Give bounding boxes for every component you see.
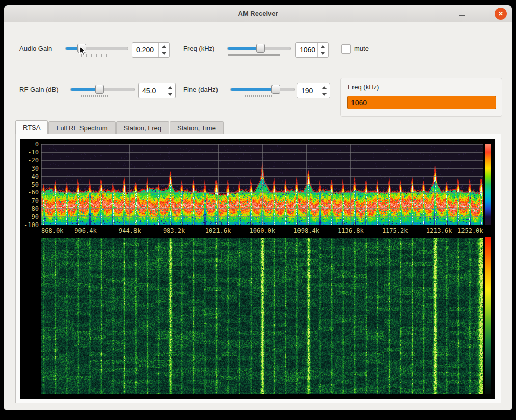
freq-spinbox: 1060 bbox=[295, 42, 329, 58]
tab-rtsa[interactable]: RTSA bbox=[15, 120, 48, 134]
y-axis-tick-label: -50 bbox=[20, 181, 39, 188]
fine-label: Fine (daHz) bbox=[183, 86, 218, 93]
slider-fill bbox=[231, 88, 277, 91]
freq-display-value: 1060 bbox=[348, 99, 367, 107]
freq-value[interactable]: 1060 bbox=[296, 43, 317, 57]
slider-handle[interactable] bbox=[271, 85, 280, 94]
tab-full-rf-spectrum[interactable]: Full RF Spectrum bbox=[48, 121, 115, 134]
spin-buttons bbox=[317, 43, 328, 57]
slider-fill bbox=[228, 47, 260, 50]
audio-gain-value[interactable]: 0.200 bbox=[132, 43, 158, 57]
x-axis-tick-label: 1252.0k bbox=[457, 227, 483, 234]
slider-ticks bbox=[228, 54, 280, 56]
x-axis-tick-label: 1213.6k bbox=[426, 227, 452, 234]
waterfall-canvas[interactable] bbox=[41, 238, 483, 394]
spin-down-icon bbox=[168, 93, 172, 96]
mouse-cursor bbox=[79, 46, 87, 57]
slider-groove bbox=[230, 88, 295, 91]
freq-display-label: Freq (kHz) bbox=[348, 83, 379, 91]
maximize-button[interactable] bbox=[475, 8, 487, 20]
freq-label: Freq (kHz) bbox=[183, 45, 214, 52]
audio-gain-spinbox: 0.200 bbox=[132, 42, 170, 58]
minimize-icon bbox=[459, 15, 465, 16]
y-axis-tick-label: -60 bbox=[20, 189, 39, 196]
x-axis-tick-label: 1136.8k bbox=[338, 227, 364, 234]
spin-up-button[interactable] bbox=[165, 83, 175, 91]
spin-buttons bbox=[158, 43, 169, 57]
y-axis-tick-label: -30 bbox=[20, 165, 39, 172]
spin-buttons bbox=[319, 83, 330, 98]
fine-spinbox: 190 bbox=[297, 83, 330, 98]
y-axis-tick-label: -90 bbox=[20, 213, 39, 220]
tab-station-freq[interactable]: Station, Freq bbox=[116, 121, 169, 134]
persistence-spectrum-canvas[interactable] bbox=[41, 144, 483, 225]
x-axis-tick-label: 1098.4k bbox=[293, 227, 319, 234]
slider-ticks bbox=[71, 95, 134, 97]
y-axis-tick-label: -20 bbox=[20, 157, 39, 164]
spin-down-button[interactable] bbox=[319, 91, 330, 98]
audio-gain-slider[interactable] bbox=[65, 42, 128, 58]
freq-display-group: Freq (kHz) 1060 bbox=[340, 78, 502, 117]
rf-gain-label: RF Gain (dB) bbox=[19, 86, 59, 93]
y-axis-tick-label: 0 bbox=[20, 141, 39, 148]
spin-up-button[interactable] bbox=[318, 43, 328, 50]
fine-slider[interactable] bbox=[230, 83, 295, 98]
x-axis-tick-label: 983.2k bbox=[163, 227, 185, 234]
spin-up-button[interactable] bbox=[159, 43, 169, 50]
spin-down-icon bbox=[162, 52, 166, 55]
window-buttons: ✕ bbox=[456, 5, 507, 22]
fine-value[interactable]: 190 bbox=[297, 83, 319, 98]
spin-down-icon bbox=[322, 93, 327, 96]
spin-up-icon bbox=[321, 45, 325, 48]
slider-groove bbox=[65, 47, 128, 50]
spin-up-icon bbox=[322, 86, 327, 89]
x-axis-tick-label: 1021.6k bbox=[205, 227, 231, 234]
window-title: AM Receiver bbox=[238, 10, 278, 17]
spin-up-icon bbox=[162, 45, 166, 48]
spin-up-button[interactable] bbox=[319, 83, 330, 91]
x-axis-tick-label: 944.8k bbox=[119, 227, 141, 234]
close-button[interactable]: ✕ bbox=[495, 8, 507, 20]
y-axis-tick-label: -10 bbox=[20, 149, 39, 156]
slider-ticks bbox=[231, 95, 294, 97]
spin-buttons bbox=[165, 83, 175, 98]
spin-down-button[interactable] bbox=[159, 50, 169, 57]
tab-pane-rtsa: 0-10-20-30-40-50-60-70-80-90-100 868.0k9… bbox=[15, 134, 501, 403]
y-axis-tick-label: -80 bbox=[20, 205, 39, 212]
slider-handle[interactable] bbox=[256, 44, 265, 53]
rf-gain-slider[interactable] bbox=[70, 83, 135, 98]
waterfall-colorbar bbox=[485, 237, 491, 394]
close-icon: ✕ bbox=[498, 11, 503, 17]
slider-ticks bbox=[66, 54, 128, 57]
tab-bar: RTSA Full RF Spectrum Station, Freq Stat… bbox=[15, 121, 224, 134]
tab-station-time[interactable]: Station, Time bbox=[170, 121, 224, 134]
audio-gain-label: Audio Gain bbox=[19, 45, 52, 52]
x-axis-tick-label: 906.4k bbox=[74, 227, 96, 234]
spin-down-icon bbox=[321, 52, 325, 55]
minimize-button[interactable] bbox=[456, 8, 468, 20]
window-content: Audio Gain 0.200 Freq (kHz) 1060 bbox=[4, 22, 512, 410]
spin-down-button[interactable] bbox=[318, 50, 328, 57]
rf-gain-value[interactable]: 45.0 bbox=[139, 83, 165, 98]
y-axis-tick-label: -40 bbox=[20, 173, 39, 180]
mute-checkbox[interactable] bbox=[341, 44, 351, 54]
spectrum-x-axis: 868.0k906.4k944.8k983.2k1021.6k1060.0k10… bbox=[41, 227, 483, 234]
y-axis-tick-label: -100 bbox=[20, 221, 39, 229]
slider-fill bbox=[71, 88, 99, 91]
titlebar[interactable]: AM Receiver ✕ bbox=[4, 5, 512, 22]
x-axis-tick-label: 868.0k bbox=[41, 227, 63, 234]
freq-display-field[interactable]: 1060 bbox=[347, 96, 496, 109]
slider-handle[interactable] bbox=[95, 85, 104, 94]
y-axis-tick-label: -70 bbox=[20, 197, 39, 204]
rf-gain-spinbox: 45.0 bbox=[138, 83, 176, 98]
app-window: AM Receiver ✕ Audio Gain 0.200 Freq (kHz… bbox=[4, 5, 512, 410]
mute-label: mute bbox=[354, 45, 369, 52]
spectrum-colorbar bbox=[485, 144, 491, 225]
rtsa-plot-container: 0-10-20-30-40-50-60-70-80-90-100 868.0k9… bbox=[20, 139, 495, 399]
maximize-icon bbox=[479, 11, 484, 16]
spin-up-icon bbox=[168, 86, 172, 89]
spin-down-button[interactable] bbox=[165, 91, 175, 98]
freq-slider[interactable] bbox=[227, 42, 291, 58]
x-axis-tick-label: 1175.2k bbox=[382, 227, 408, 234]
x-axis-tick-label: 1060.0k bbox=[250, 227, 276, 234]
